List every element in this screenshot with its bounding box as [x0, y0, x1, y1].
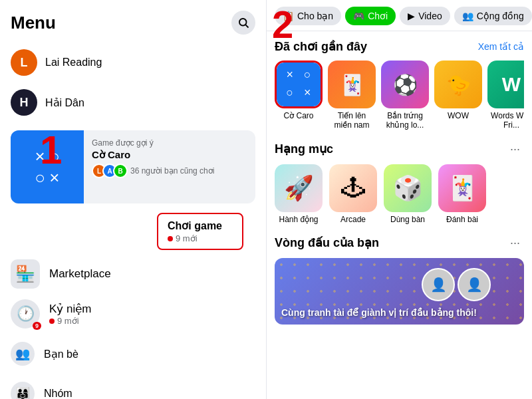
menu-item-ban-be[interactable]: 👥 Bạn bè — [0, 334, 266, 374]
game-menu-badge-text: 9 mới — [176, 233, 198, 243]
category-arcade[interactable]: 🕹 Arcade — [329, 164, 377, 224]
tien-len-img: 🃏 — [328, 61, 376, 108]
marketplace-label: Marketplace — [49, 267, 111, 281]
user-name-hai: Hải Dân — [45, 96, 84, 109]
marketplace-icon: 🏪 — [11, 259, 40, 289]
tab-cho-ban-label: Cho bạn — [297, 11, 333, 21]
kyniem-sub: 9 mới — [49, 316, 91, 326]
kyniem-label: Kỷ niệm — [49, 302, 91, 316]
vongdau-title: Vòng đấu của bạn — [275, 235, 379, 250]
game-info: Game được gợi ý Cờ Caro L A B 36 người b… — [84, 130, 222, 203]
red-number-2: 2 — [272, 5, 293, 44]
game-thumb-tien-len[interactable]: 🃏 Tiến lên miền nam — [328, 61, 376, 130]
game-menu-badge: 9 mới — [168, 233, 233, 243]
kyniem-info: Kỷ niệm 9 mới — [49, 302, 91, 326]
dung-ban-img: 🎲 — [384, 164, 432, 212]
svg-line-1 — [245, 25, 248, 27]
kyniem-row[interactable]: 🕐 9 Kỷ niệm 9 mới — [0, 294, 266, 334]
danh-bai-name: Đánh bài — [446, 215, 478, 224]
new-badge-dot — [168, 236, 173, 241]
player-count: 36 người bạn cũng chơi — [130, 166, 214, 176]
kyniem-badge: 9 — [33, 322, 41, 330]
vd-avatar-2: 👤 — [458, 268, 491, 301]
tabs-row: 📋 Cho bạn 🎮 Chơi ▶ Video 👥 Cộng đồng — [267, 0, 532, 31]
user-item-lai[interactable]: L Lai Reading — [0, 43, 266, 82]
nhom-label: Nhóm — [44, 388, 72, 399]
tab-cong-dong[interactable]: 👥 Cộng đồng — [454, 7, 532, 25]
category-danh-bai[interactable]: 🃏 Đánh bài — [438, 164, 486, 224]
game-thumb-co-caro[interactable]: × ○ ○ × Cờ Caro — [275, 61, 323, 130]
user-name-lai: Lai Reading — [45, 57, 102, 68]
arcade-img: 🕹 — [329, 164, 377, 212]
marketplace-item[interactable]: 🏪 Marketplace — [11, 259, 255, 289]
menu-item-nhom[interactable]: 👨‍👩‍👧 Nhóm — [0, 374, 266, 399]
recently-played-section: Đã chơi gần đây Xem tất cả × ○ ○ × Cờ Ca… — [275, 39, 524, 130]
category-section: Hạng mục ··· 🚀 Hành động 🕹 Arcade 🎲 Dùng… — [275, 141, 524, 224]
recently-played-header: Đã chơi gần đây Xem tất cả — [275, 39, 524, 54]
right-panel: 📋 Cho bạn 🎮 Chơi ▶ Video 👥 Cộng đồng 2 Đ… — [266, 0, 532, 399]
vongdau-more-button[interactable]: ··· — [506, 235, 524, 251]
tab-cong-dong-label: Cộng đồng — [477, 11, 524, 21]
avatar-hai: H — [11, 89, 37, 116]
mini-avatars: L A B — [92, 164, 128, 178]
video-tab-icon: ▶ — [408, 11, 415, 21]
game-thumb-ban-trung[interactable]: ⚽ Bắn trứng khủng lo... — [381, 61, 429, 130]
user-item-hai[interactable]: H Hải Dân — [0, 82, 266, 122]
nhom-icon: 👨‍👩‍👧 — [11, 382, 35, 399]
words-img: W — [487, 61, 524, 108]
right-content: Đã chơi gần đây Xem tất cả × ○ ○ × Cờ Ca… — [267, 31, 532, 399]
category-scroll: 🚀 Hành động 🕹 Arcade 🎲 Dùng bàn 🃏 Đánh b… — [275, 164, 524, 224]
hanh-dong-name: Hành động — [279, 215, 318, 224]
ban-be-icon: 👥 — [11, 342, 35, 366]
left-panel: Menu L Lai Reading H Hải Dân × ○ ○ — [0, 0, 266, 399]
game-menu-item[interactable]: Chơi game 9 mới — [157, 213, 243, 250]
kyniem-dot — [49, 319, 55, 324]
tien-len-name: Tiến lên miền nam — [328, 111, 376, 130]
danh-bai-img: 🃏 — [438, 164, 486, 212]
arcade-name: Arcade — [340, 215, 366, 224]
game-players-row: L A B 36 người bạn cũng chơi — [92, 164, 214, 178]
vongdau-text: Cùng tranh tài để giành vị trí đầu bảng … — [281, 307, 477, 318]
co-caro-img: × ○ ○ × — [275, 61, 323, 108]
search-button[interactable] — [231, 11, 255, 35]
category-title: Hạng mục — [275, 142, 333, 156]
choi-icon: 🎮 — [353, 11, 364, 21]
mini-avatar-3: B — [113, 164, 128, 178]
game-menu-title: Chơi game — [168, 220, 222, 231]
kyniem-icon: 🕐 9 — [11, 299, 40, 329]
left-header: Menu — [0, 0, 266, 40]
category-header: Hạng mục ··· — [275, 141, 524, 158]
category-more-button[interactable]: ··· — [506, 141, 524, 158]
vongdau-section: Vòng đấu của bạn ··· 👤 👤 Cùng tranh tài … — [275, 235, 524, 325]
game-menu-wrapper: Chơi game 9 mới — [0, 209, 266, 254]
game-thumb-words[interactable]: W Words With Fri... — [487, 61, 524, 130]
cong-dong-icon: 👥 — [462, 11, 473, 21]
category-hanh-dong[interactable]: 🚀 Hành động — [275, 164, 323, 224]
game-thumb-wow[interactable]: 🐤 WOW — [434, 61, 482, 130]
wow-img: 🐤 — [434, 61, 482, 108]
tab-video[interactable]: ▶ Video — [400, 7, 450, 25]
tabs-wrapper: 📋 Cho bạn 🎮 Chơi ▶ Video 👥 Cộng đồng 2 — [267, 0, 532, 31]
ban-trung-img: ⚽ — [381, 61, 429, 108]
co-caro-name: Cờ Caro — [283, 111, 313, 120]
avatar-lai: L — [11, 49, 37, 76]
game-section: × ○ ○ × Game được gợi ý Cờ Caro L A B 36… — [0, 125, 266, 254]
tab-video-label: Video — [418, 11, 442, 21]
vd-avatar-1: 👤 — [422, 268, 455, 301]
tab-choi-label: Chơi — [368, 11, 388, 21]
tab-choi[interactable]: 🎮 Chơi — [345, 7, 396, 25]
menu-title: Menu — [11, 13, 56, 33]
wow-name: WOW — [448, 111, 469, 120]
category-dung-ban[interactable]: 🎲 Dùng bàn — [384, 164, 432, 224]
ban-be-label: Bạn bè — [44, 348, 78, 360]
kyniem-sub-text: 9 mới — [57, 316, 79, 326]
svg-point-0 — [239, 19, 247, 26]
game-suggested-label: Game được gợi ý — [92, 138, 214, 148]
red-number-1: 1 — [40, 130, 62, 170]
vongdau-banner: 👤 👤 Cùng tranh tài để giành vị trí đầu b… — [275, 258, 524, 325]
ban-trung-name: Bắn trứng khủng lo... — [381, 111, 429, 130]
see-all-button[interactable]: Xem tất cả — [478, 41, 524, 52]
game-title: Cờ Caro — [92, 149, 214, 161]
user-list: L Lai Reading H Hải Dân — [0, 40, 266, 125]
dung-ban-name: Dùng bàn — [390, 215, 425, 224]
